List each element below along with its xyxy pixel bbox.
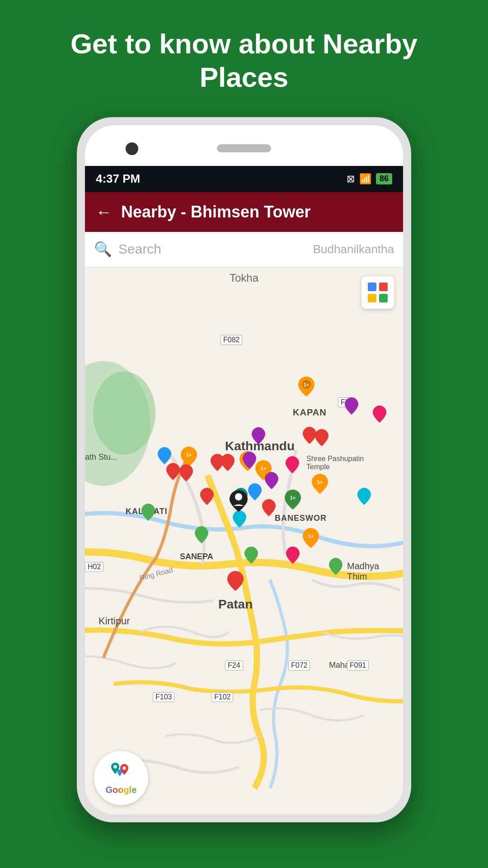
map-pin[interactable] (195, 526, 208, 545)
svg-point-9 (235, 493, 242, 500)
close-icon: ⊠ (347, 173, 355, 185)
map-container[interactable]: Tokha Kathmandu KAPAN KALIMATI BANESWOR … (85, 267, 403, 814)
map-pin[interactable] (329, 558, 343, 577)
road-badge-h02: H02 (85, 562, 103, 572)
search-bar[interactable]: 🔍 Search Budhanilkantha (85, 232, 403, 267)
map-pin[interactable] (252, 427, 265, 446)
map-pin[interactable] (303, 427, 316, 446)
status-time: 4:37 PM (96, 172, 140, 186)
map-pin[interactable] (141, 504, 155, 523)
road-badge-f103: F103 (153, 692, 174, 702)
map-pin[interactable] (243, 452, 256, 471)
map-pin[interactable] (262, 499, 276, 518)
map-pin[interactable] (315, 429, 328, 448)
road-badge-f102: F102 (211, 692, 233, 702)
map-pin[interactable] (265, 472, 278, 491)
page-title: Get to know about Nearby Places (0, 0, 488, 117)
grid-cell-green (379, 294, 388, 302)
grid-button[interactable] (361, 276, 394, 309)
app-bar: ← Nearby - Bhimsen Tower (85, 192, 403, 232)
road-badge-f24: F24 (225, 660, 243, 670)
svg-point-1 (93, 371, 155, 454)
map-pin[interactable] (158, 447, 171, 466)
map-label-budhanilkantha: Budhanilkantha (313, 242, 394, 256)
google-text: Google (106, 785, 137, 795)
map-pin[interactable] (200, 488, 214, 507)
svg-point-12 (122, 766, 126, 770)
svg-text:1+: 1+ (186, 452, 192, 458)
map-pin[interactable] (345, 397, 358, 416)
grid-cell-yellow (368, 294, 376, 302)
search-icon: 🔍 (94, 241, 112, 258)
map-pin[interactable]: 1+ (285, 490, 301, 511)
map-pin[interactable] (244, 547, 258, 566)
map-pin[interactable] (227, 571, 244, 593)
speaker (217, 144, 271, 152)
app-bar-title: Nearby - Bhimsen Tower (121, 203, 310, 222)
phone-screen: 4:37 PM ⊠ 📶 86 ← Nearby - Bhimsen Tower … (85, 125, 403, 814)
map-svg (85, 267, 403, 814)
map-pin-person[interactable] (230, 490, 248, 514)
svg-point-11 (113, 765, 117, 769)
road-badge-f091: F091 (347, 660, 369, 670)
back-button[interactable]: ← (96, 203, 112, 222)
svg-text:1+: 1+ (261, 466, 267, 471)
road-badge-f072: F072 (288, 660, 310, 670)
status-icons: ⊠ 📶 86 (347, 173, 392, 185)
map-pin[interactable]: 1+ (312, 474, 328, 495)
map-pin[interactable] (373, 406, 386, 425)
map-pin[interactable] (286, 547, 300, 566)
map-pin[interactable] (179, 464, 193, 483)
wifi-icon: 📶 (359, 173, 371, 185)
map-pin[interactable]: 1+ (303, 528, 319, 550)
map-pin[interactable] (248, 483, 262, 502)
map-pin[interactable]: 1+ (298, 377, 314, 398)
map-pin[interactable] (357, 488, 371, 507)
camera (126, 142, 138, 155)
status-bar: 4:37 PM ⊠ 📶 86 (85, 166, 403, 192)
battery-icon: 86 (376, 173, 392, 184)
svg-text:1+: 1+ (308, 533, 314, 539)
map-pin[interactable] (221, 454, 235, 473)
grid-cell-blue (368, 283, 376, 291)
phone-frame: 4:37 PM ⊠ 📶 86 ← Nearby - Bhimsen Tower … (77, 117, 411, 822)
svg-text:1+: 1+ (317, 479, 323, 485)
road-badge-f082: F082 (221, 335, 242, 345)
svg-text:1+: 1+ (304, 382, 310, 387)
grid-cell-red (379, 283, 388, 291)
svg-text:1+: 1+ (290, 495, 296, 500)
google-logo: Google (94, 751, 148, 805)
map-pin[interactable] (286, 456, 299, 475)
